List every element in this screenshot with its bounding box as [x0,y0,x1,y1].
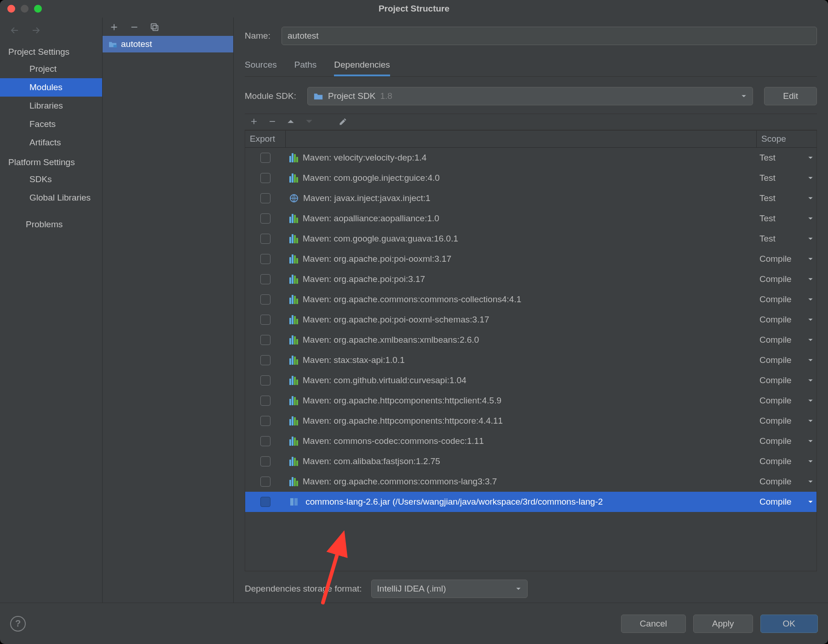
table-row[interactable]: Maven: org.apache.httpcomponents:httpcli… [245,391,816,411]
tab-dependencies[interactable]: Dependencies [334,56,390,76]
table-row[interactable]: Maven: javax.inject:javax.inject:1Test [245,188,816,208]
maximize-icon[interactable] [34,5,42,13]
export-checkbox[interactable] [260,315,270,325]
scope-cell[interactable]: Test [757,193,816,203]
name-cell: Maven: stax:stax-api:1.0.1 [286,355,757,365]
table-body[interactable]: Maven: velocity:velocity-dep:1.4TestMave… [245,148,816,571]
table-row[interactable]: Maven: stax:stax-api:1.0.1Compile [245,350,816,370]
table-row[interactable]: Maven: velocity:velocity-dep:1.4Test [245,148,816,168]
export-checkbox[interactable] [260,294,270,305]
copy-module-icon[interactable] [150,22,160,32]
table-row[interactable]: Maven: com.github.virtuald:curvesapi:1.0… [245,370,816,391]
export-checkbox[interactable] [260,234,270,244]
export-checkbox[interactable] [260,497,270,507]
tab-sources[interactable]: Sources [245,56,277,76]
nav-item-project[interactable]: Project [0,60,102,78]
cancel-button[interactable]: Cancel [621,615,686,633]
module-sdk-combo[interactable]: Project SDK 1.8 [307,87,753,105]
nav-item-artifacts[interactable]: Artifacts [0,133,102,152]
scope-cell[interactable]: Test [757,234,816,244]
chevron-down-icon [515,586,522,592]
tab-paths[interactable]: Paths [294,56,317,76]
scope-cell[interactable]: Compile [757,335,816,345]
export-checkbox[interactable] [260,396,270,406]
table-row[interactable]: Maven: commons-codec:commons-codec:1.11C… [245,431,816,451]
scope-cell[interactable]: Compile [757,497,816,507]
minimize-icon[interactable] [21,5,29,13]
table-row[interactable]: Maven: org.apache.commons:commons-lang3:… [245,472,816,492]
module-sdk-row: Module SDK: Project SDK 1.8 Edit [245,87,817,105]
chevron-down-icon [807,276,814,282]
add-module-icon[interactable] [109,22,119,32]
export-checkbox[interactable] [260,254,270,264]
scope-cell[interactable]: Compile [757,315,816,325]
scope-cell[interactable]: Compile [757,436,816,446]
export-checkbox[interactable] [260,153,270,163]
remove-module-icon[interactable] [129,22,139,32]
scope-cell[interactable]: Test [757,153,816,163]
export-checkbox[interactable] [260,335,270,345]
column-scope[interactable]: Scope [757,131,816,147]
nav-item-sdks[interactable]: SDKs [0,170,102,189]
table-row[interactable]: Maven: com.alibaba:fastjson:1.2.75Compil… [245,451,816,472]
export-checkbox[interactable] [260,436,270,446]
back-icon[interactable] [9,25,20,36]
sdk-folder-icon [313,92,323,101]
table-row[interactable]: Maven: com.google.guava:guava:16.0.1Test [245,229,816,249]
remove-dependency-icon[interactable] [268,117,277,126]
table-row[interactable]: commons-lang-2.6.jar (/Users/wangjian/ja… [245,492,816,512]
move-up-icon[interactable] [286,117,295,126]
export-checkbox[interactable] [260,375,270,385]
window-titlebar: Project Structure [0,0,828,17]
export-checkbox[interactable] [260,477,270,487]
nav-item-global-libraries[interactable]: Global Libraries [0,189,102,207]
table-row[interactable]: Maven: com.google.inject:guice:4.0Test [245,168,816,188]
apply-button[interactable]: Apply [693,615,753,633]
column-export[interactable]: Export [245,131,286,147]
nav-item-problems[interactable]: Problems [0,215,102,234]
nav-item-modules[interactable]: Modules [0,78,102,97]
scope-cell[interactable]: Test [757,213,816,224]
add-dependency-icon[interactable] [249,117,259,126]
scope-cell[interactable]: Compile [757,274,816,284]
scope-cell[interactable]: Compile [757,254,816,264]
storage-format-combo[interactable]: IntelliJ IDEA (.iml) [371,580,528,598]
module-tree-item[interactable]: autotest [103,36,233,52]
scope-cell[interactable]: Compile [757,456,816,466]
table-row[interactable]: Maven: org.apache.commons:commons-collec… [245,289,816,310]
export-checkbox[interactable] [260,274,270,284]
export-checkbox[interactable] [260,355,270,365]
table-row[interactable]: Maven: org.apache.poi:poi-ooxml-schemas:… [245,310,816,330]
edit-dependency-icon[interactable] [339,117,348,126]
export-checkbox[interactable] [260,456,270,466]
export-checkbox[interactable] [260,416,270,426]
scope-cell[interactable]: Test [757,173,816,183]
table-row[interactable]: Maven: aopalliance:aopalliance:1.0Test [245,208,816,229]
scope-cell[interactable]: Compile [757,294,816,305]
close-icon[interactable] [7,5,15,13]
move-down-icon[interactable] [305,117,314,126]
export-checkbox[interactable] [260,213,270,224]
table-row[interactable]: Maven: org.apache.poi:poi:3.17Compile [245,269,816,289]
table-row[interactable]: Maven: org.apache.xmlbeans:xmlbeans:2.6.… [245,330,816,350]
nav-item-facets[interactable]: Facets [0,115,102,133]
jar-icon [289,497,299,506]
scope-cell[interactable]: Compile [757,477,816,487]
forward-icon[interactable] [30,25,41,36]
dependency-name: Maven: stax:stax-api:1.0.1 [303,355,405,365]
scope-cell[interactable]: Compile [757,375,816,385]
table-row[interactable]: Maven: org.apache.httpcomponents:httpcor… [245,411,816,431]
chevron-down-icon [807,256,814,262]
scope-cell[interactable]: Compile [757,396,816,406]
scope-cell[interactable]: Compile [757,416,816,426]
edit-sdk-button[interactable]: Edit [764,87,817,105]
ok-button[interactable]: OK [760,615,818,633]
nav-item-libraries[interactable]: Libraries [0,97,102,115]
ok-label: OK [783,619,795,629]
help-button[interactable]: ? [10,616,26,632]
scope-cell[interactable]: Compile [757,355,816,365]
export-checkbox[interactable] [260,173,270,183]
module-name-input[interactable] [282,27,817,45]
table-row[interactable]: Maven: org.apache.poi:poi-ooxml:3.17Comp… [245,249,816,269]
export-checkbox[interactable] [260,193,270,203]
